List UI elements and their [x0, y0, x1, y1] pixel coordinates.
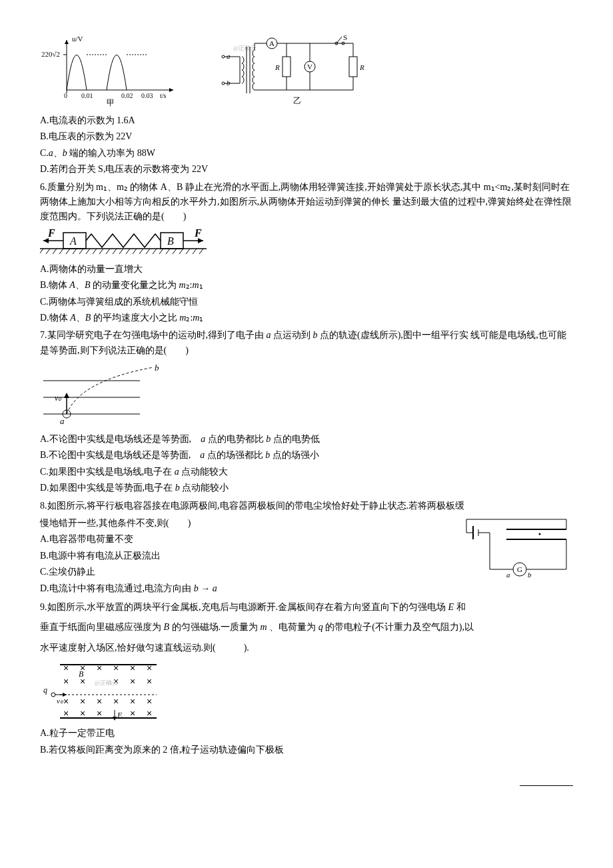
q9-option-b: B.若仅将板间距离变为原来的 2 倍,粒子运动轨迹偏向下极板: [40, 743, 573, 757]
svg-point-107: [51, 693, 55, 697]
node-a: a: [506, 571, 510, 579]
x-tick-2: 0.02: [121, 92, 133, 99]
svg-line-57: [173, 249, 177, 254]
svg-line-48: [113, 249, 117, 254]
q6-stem: 6.质量分别为 m₁、m₂ 的物体 A、B 静止在光滑的水平面上,两物体用轻弹簧…: [40, 180, 573, 225]
svg-line-37: [40, 249, 43, 254]
svg-line-52: [139, 249, 143, 254]
svg-text:×: ×: [63, 708, 69, 719]
q5-option-a: A.电流表的示数为 1.6A: [40, 113, 573, 128]
q8-option-a: A.电容器带电荷量不变: [40, 532, 433, 547]
svg-marker-35: [198, 238, 203, 243]
circuit-caption-yi: 乙: [293, 96, 301, 105]
svg-text:×: ×: [80, 696, 85, 707]
q8-option-b: B.电源中将有电流从正极流出: [40, 549, 433, 563]
q7-option-d: D.如果图中实线是等势面,电子在 b 点动能较小: [40, 481, 573, 495]
svg-line-40: [59, 249, 63, 254]
svg-marker-31: [43, 238, 49, 243]
svg-marker-3: [65, 40, 69, 44]
svg-line-19: [336, 37, 342, 43]
force-f1: F: [47, 227, 55, 239]
svg-text:×: ×: [130, 676, 135, 687]
svg-line-39: [53, 249, 57, 254]
svg-text:×: ×: [113, 663, 119, 673]
ammeter-label: A: [269, 39, 275, 47]
switch-label: S: [343, 33, 347, 41]
svg-line-58: [179, 249, 183, 254]
q6-option-a: A.两物体的动量一直增大: [40, 262, 573, 277]
galvanometer-label: G: [517, 565, 522, 573]
svg-text:×: ×: [97, 708, 102, 719]
x-tick-3: 0.03: [141, 92, 153, 99]
svg-line-60: [193, 249, 197, 254]
svg-text:×: ×: [130, 708, 135, 719]
q8-option-d: D.电流计中将有电流通过,电流方向由 b → a: [40, 581, 433, 596]
svg-text:×: ×: [147, 708, 152, 719]
q9-stem: 9.如图所示,水平放置的两块平行金属板,充电后与电源断开.金属板间存在着方向竖直…: [40, 600, 573, 655]
q6-line1: 6.质量分别为 m₁、m₂ 的物体 A、B 静止在光滑的水平面上,两物体用轻弹簧…: [40, 182, 481, 192]
q7-line1: 7.某同学研究电子在匀强电场中的运动时,得到了电子由 a 点运动到 b 点的轨迹…: [40, 330, 468, 340]
svg-text:×: ×: [130, 696, 135, 707]
voltmeter-label: V: [307, 63, 312, 71]
node-b: b: [528, 571, 532, 579]
field-e-label: E: [117, 711, 123, 720]
svg-text:×: ×: [147, 663, 152, 673]
q6-option-c: C.两物体与弹簧组成的系统机械能守恒: [40, 295, 573, 309]
q6-option-d: D.物体 A、B 的平均速度大小之比 m₂:m₁: [40, 311, 573, 325]
point-a: a: [60, 416, 65, 426]
svg-text:×: ×: [97, 696, 102, 707]
graph-jia: u/V 220√2 0 0.01 0.02 0.03 t/s 甲: [40, 33, 180, 107]
svg-text:×: ×: [80, 708, 85, 719]
svg-text:×: ×: [97, 663, 102, 673]
terminal-b: b: [227, 79, 231, 87]
svg-rect-27: [349, 57, 357, 77]
graph-caption-jia: 甲: [107, 98, 115, 107]
q7-option-b: B.不论图中实线是电场线还是等势面, a 点的场强都比 b 点的场强小: [40, 448, 573, 463]
svg-line-38: [46, 249, 50, 254]
q5-option-d: D.若闭合开关 S,电压表的示数将变为 22V: [40, 162, 573, 177]
svg-line-47: [106, 249, 110, 254]
velocity-v0: v₀: [55, 393, 62, 403]
y-axis-label: u/V: [72, 35, 83, 43]
svg-rect-21: [283, 57, 291, 77]
svg-line-43: [79, 249, 83, 254]
svg-line-41: [66, 249, 70, 254]
q9-line2: 垂直于纸面向里磁感应强度为 B 的匀强磁场.一质量为 m 、电荷量为 q 的带电…: [40, 620, 573, 635]
svg-point-7: [222, 55, 225, 58]
svg-line-55: [159, 249, 163, 254]
terminal-a: a: [227, 52, 231, 60]
block-a: A: [69, 235, 77, 247]
svg-line-50: [126, 249, 130, 254]
q5-option-c: C.a、b 端的输入功率为 88W: [40, 146, 573, 161]
q9-watermark: @正确云: [95, 679, 118, 686]
q8-line1: 8.如图所示,将平行板电容器接在电源两极间,电容器两极板间的带电尘埃恰好处于静止…: [40, 501, 464, 511]
q8-stem: 8.如图所示,将平行板电容器接在电源两极间,电容器两极板间的带电尘埃恰好处于静止…: [40, 499, 573, 513]
x-tick-1: 0.01: [81, 92, 93, 99]
q5-option-b: B.电压表的示数为 22V: [40, 129, 573, 144]
svg-text:×: ×: [147, 676, 152, 687]
q7-option-a: A.不论图中实线是电场线还是等势面, a 点的电势都比 b 点的电势低: [40, 432, 573, 447]
svg-text:×: ×: [113, 696, 119, 707]
svg-line-46: [99, 249, 103, 254]
q9-figure: ×××××× ××××× ×××××× ××××× B @正确云 q v₀ E: [40, 658, 167, 725]
q7-option-c: C.如果图中实线是电场线,电子在 a 点动能较大: [40, 465, 573, 479]
q7-stem: 7.某同学研究电子在匀强电场中的运动时,得到了电子由 a 点运动到 b 点的轨迹…: [40, 328, 573, 358]
svg-line-61: [199, 249, 203, 254]
x-tick-0: 0: [64, 92, 67, 99]
q9-option-a: A.粒子一定带正电: [40, 726, 573, 741]
velocity-v0-q9: v₀: [57, 697, 63, 705]
field-b-label: B: [79, 669, 84, 679]
svg-text:×: ×: [147, 696, 152, 707]
svg-text:×: ×: [63, 696, 69, 707]
svg-line-54: [153, 249, 157, 254]
svg-text:×: ×: [63, 663, 69, 673]
svg-line-49: [119, 249, 123, 254]
q5-figures: u/V 220√2 0 0.01 0.02 0.03 t/s 甲 @正确云 a …: [40, 33, 573, 107]
q8-option-c: C.尘埃仍静止: [40, 565, 433, 579]
block-b: B: [167, 235, 174, 247]
q7-figure: a v₀ b: [40, 361, 173, 431]
q9-line1: 9.如图所示,水平放置的两块平行金属板,充电后与电源断开.金属板间存在着方向竖直…: [40, 600, 573, 615]
svg-marker-1: [169, 88, 173, 92]
svg-line-45: [93, 249, 97, 254]
svg-line-59: [186, 249, 190, 254]
